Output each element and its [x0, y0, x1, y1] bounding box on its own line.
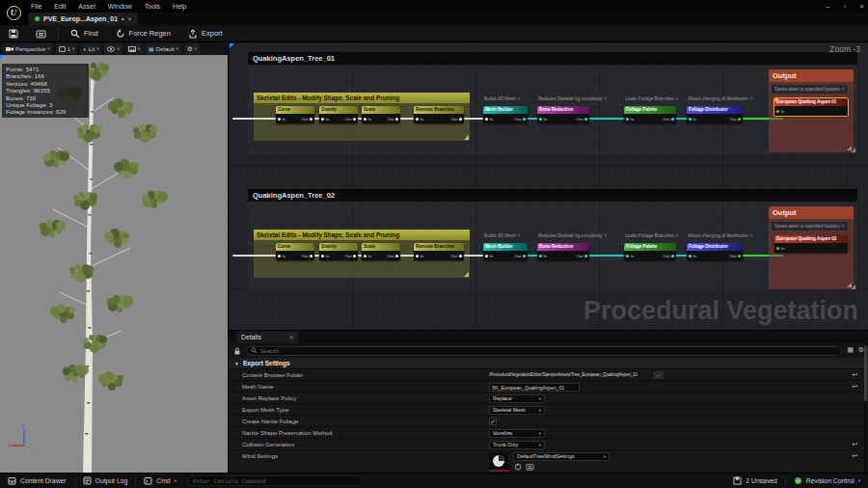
graph-node-foliage-distributor[interactable]: Foliage DistributorInOut: [687, 243, 743, 260]
group-frame-title[interactable]: QuakingAspen_Tree_02: [248, 189, 857, 202]
default-profile-dropdown[interactable]: ▤ Default▾: [146, 43, 181, 54]
output-pin[interactable]: Out: [301, 254, 312, 258]
tab-close-icon[interactable]: ×: [127, 15, 131, 22]
details-search-input[interactable]: Search: [246, 346, 842, 356]
dropdown-asset-replace-policy[interactable]: Replace▾: [489, 394, 545, 403]
input-pin[interactable]: In: [321, 117, 329, 122]
viewport-settings-dropdown[interactable]: ⚙ ▾: [184, 43, 200, 54]
graph-node-bone-reduction[interactable]: Bone ReductionInOut: [537, 106, 589, 123]
asset-tab[interactable]: PVE_Europ...Aspen_01 • ×: [29, 13, 138, 25]
unsaved-assets-button[interactable]: 2 Unsaved: [725, 474, 785, 488]
perspective-dropdown[interactable]: Perspective▾: [3, 43, 53, 54]
reset-to-default-icon[interactable]: ↩: [852, 439, 857, 450]
close-button[interactable]: ×: [859, 2, 864, 11]
graph-node-remove-branches[interactable]: Remove BranchesInOut: [414, 243, 464, 260]
graph-node-curve[interactable]: CurveInOut: [276, 106, 314, 123]
graph-node-european-quaking-aspen-02[interactable]: European Quaking Aspen 02In: [774, 235, 848, 253]
output-pin[interactable]: Out: [344, 254, 356, 258]
checkbox-create-nanite-foliage[interactable]: ✓: [489, 418, 497, 425]
browse-more-button[interactable]: ...: [653, 371, 664, 379]
output-pin[interactable]: Out: [387, 117, 398, 122]
wind-settings-thumbnail[interactable]: [489, 452, 508, 472]
output-pin[interactable]: Out: [576, 117, 587, 122]
graph-node-gravity[interactable]: GravityInOut: [319, 106, 358, 123]
output-pin[interactable]: Out: [387, 254, 398, 258]
collapse-arrow-icon[interactable]: ▼: [234, 361, 239, 366]
camera-speed-dropdown[interactable]: 1▾: [56, 43, 78, 54]
dropdown-export-mesh-type[interactable]: Skeletal Mesh▾: [489, 406, 545, 415]
dropdown-nanite-shape-preservation-method[interactable]: Voxelize▾: [489, 429, 545, 438]
minimize-button[interactable]: –: [826, 2, 829, 11]
export-settings-section-header[interactable]: ▼ Export Settings: [229, 358, 868, 369]
input-pin[interactable]: In: [626, 117, 634, 122]
browse-to-asset-button[interactable]: [27, 25, 55, 42]
input-pin[interactable]: In: [485, 254, 493, 258]
console-command-input[interactable]: Enter Console Command: [188, 475, 362, 486]
details-tab[interactable]: Details ×: [236, 331, 298, 343]
input-pin[interactable]: In: [278, 254, 285, 258]
details-scrollbar[interactable]: [864, 343, 867, 473]
browse-in-content-browser-icon[interactable]: [526, 463, 534, 471]
dropdown-collision-generation[interactable]: Trunk Only▾: [489, 441, 545, 449]
3d-viewport[interactable]: Perspective▾ 1▾ ◐ Lit▾ ▾ ▾ ▤ Default▾: [0, 42, 228, 473]
menu-asset[interactable]: Asset: [78, 3, 95, 10]
save-button[interactable]: [0, 25, 27, 42]
show-flags-dropdown[interactable]: ▾: [104, 43, 122, 54]
output-group-frame[interactable]: OutputSaves asset to specified location≡…: [769, 69, 854, 152]
group-frame-quakingaspen_tree_01[interactable]: QuakingAspen_Tree_01Skeletal Edits - Mod…: [248, 52, 857, 154]
input-pin[interactable]: In: [626, 254, 634, 258]
export-button[interactable]: Export: [179, 25, 231, 42]
input-pin[interactable]: In: [416, 117, 423, 122]
graph-node-gravity[interactable]: GravityInOut: [319, 243, 358, 260]
reset-to-default-icon[interactable]: ↩: [852, 381, 857, 393]
output-pin[interactable]: Out: [576, 254, 587, 258]
output-pin[interactable]: Out: [344, 117, 356, 122]
use-selected-asset-icon[interactable]: [514, 463, 522, 471]
input-pin[interactable]: In: [364, 117, 371, 122]
text-field[interactable]: SK_European_QuakingAspen_01: [489, 383, 580, 392]
output-log-button[interactable]: Output Log: [75, 474, 136, 488]
group-frame-quakingaspen_tree_02[interactable]: QuakingAspen_Tree_02Skeletal Edits - Mod…: [248, 189, 857, 291]
frame-resize-handle[interactable]: [847, 146, 852, 150]
display-options-icon[interactable]: ▦: [847, 346, 854, 354]
output-group-frame[interactable]: OutputSaves asset to specified location≡…: [769, 206, 854, 289]
input-pin[interactable]: In: [278, 117, 285, 122]
graph-node-foliage-palette[interactable]: Foliage PaletteInOut: [624, 106, 676, 123]
graph-node-scale[interactable]: ScaleInOut: [362, 243, 400, 260]
comment-resize-handle[interactable]: [464, 135, 469, 140]
cmd-dropdown[interactable]: Cmd ▾: [136, 474, 184, 488]
menu-help[interactable]: Help: [173, 3, 186, 10]
output-pin[interactable]: Out: [729, 254, 741, 258]
reset-to-default-icon[interactable]: ↩: [852, 369, 857, 381]
graph-node-foliage-distributor[interactable]: Foliage DistributorInOut: [687, 106, 743, 123]
dropdown-wind-settings[interactable]: DefaultTreeWindSettings▾: [513, 452, 610, 461]
menu-tools[interactable]: Tools: [145, 3, 160, 10]
content-drawer-button[interactable]: Content Drawer: [0, 474, 74, 488]
force-regen-button[interactable]: Force Regen: [107, 25, 179, 42]
group-frame-title[interactable]: QuakingAspen_Tree_01: [248, 52, 857, 65]
output-pin[interactable]: Out: [663, 117, 674, 122]
graph-node-bone-reduction[interactable]: Bone ReductionInOut: [537, 243, 589, 260]
graph-node-foliage-palette[interactable]: Foliage PaletteInOut: [624, 243, 676, 260]
input-pin[interactable]: In: [539, 254, 547, 258]
output-pin[interactable]: Out: [514, 117, 526, 122]
input-pin[interactable]: In: [689, 254, 696, 258]
graph-node-scale[interactable]: ScaleInOut: [362, 106, 400, 123]
output-pin[interactable]: Out: [450, 117, 462, 122]
output-pin[interactable]: Out: [514, 254, 526, 258]
input-pin[interactable]: In: [539, 117, 547, 122]
lock-icon[interactable]: [233, 347, 241, 355]
input-pin[interactable]: In: [776, 109, 784, 114]
path-value[interactable]: /ProceduralVegetationEditor/SampleAssets…: [489, 369, 637, 381]
output-pin[interactable]: Out: [729, 117, 741, 122]
reset-to-default-icon[interactable]: ↩: [852, 450, 857, 462]
maximize-button[interactable]: ▫: [843, 2, 846, 11]
input-pin[interactable]: In: [485, 117, 493, 122]
output-pin[interactable]: Out: [450, 254, 462, 258]
input-pin[interactable]: In: [776, 246, 784, 251]
input-pin[interactable]: In: [416, 254, 423, 258]
menu-file[interactable]: File: [31, 3, 41, 10]
menu-edit[interactable]: Edit: [54, 3, 66, 10]
output-pin[interactable]: Out: [301, 117, 312, 122]
find-button[interactable]: Find: [62, 25, 107, 42]
